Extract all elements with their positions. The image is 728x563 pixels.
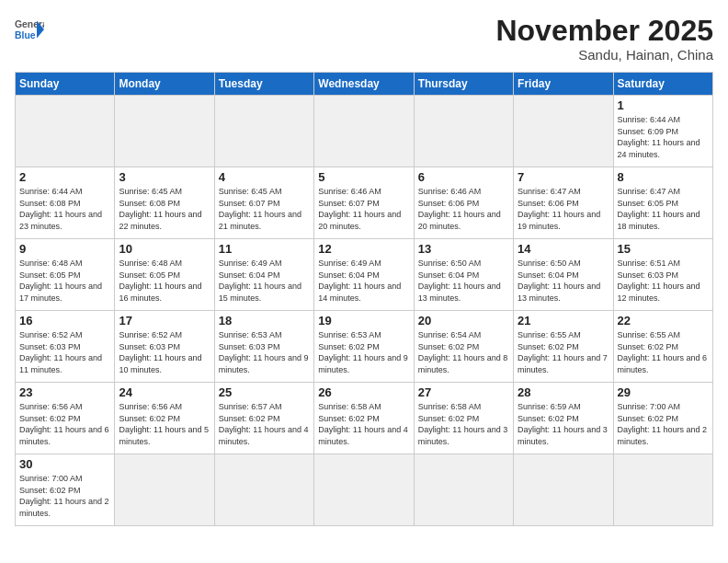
calendar-cell: 16Sunrise: 6:52 AM Sunset: 6:03 PM Dayli… (16, 311, 115, 383)
day-info: Sunrise: 6:52 AM Sunset: 6:03 PM Dayligh… (119, 329, 210, 375)
calendar-cell (314, 96, 414, 167)
calendar-cell: 23Sunrise: 6:56 AM Sunset: 6:02 PM Dayli… (16, 383, 115, 454)
calendar-cell: 12Sunrise: 6:49 AM Sunset: 6:04 PM Dayli… (314, 239, 414, 311)
calendar-cell: 6Sunrise: 6:46 AM Sunset: 6:06 PM Daylig… (414, 167, 513, 239)
day-number: 25 (219, 385, 310, 399)
calendar-cell (314, 454, 414, 526)
day-number: 26 (318, 385, 409, 399)
col-friday: Friday (514, 73, 613, 96)
day-number: 13 (418, 242, 509, 256)
calendar-cell: 30Sunrise: 7:00 AM Sunset: 6:02 PM Dayli… (16, 454, 115, 526)
day-number: 4 (219, 170, 310, 184)
calendar-cell: 1Sunrise: 6:44 AM Sunset: 6:09 PM Daylig… (613, 96, 712, 167)
day-info: Sunrise: 6:49 AM Sunset: 6:04 PM Dayligh… (318, 258, 409, 304)
day-number: 9 (19, 242, 110, 256)
day-info: Sunrise: 6:53 AM Sunset: 6:03 PM Dayligh… (219, 329, 310, 375)
day-number: 8 (618, 170, 709, 184)
day-number: 5 (318, 170, 409, 184)
col-tuesday: Tuesday (214, 73, 313, 96)
calendar-cell: 27Sunrise: 6:58 AM Sunset: 6:02 PM Dayli… (414, 383, 513, 454)
day-info: Sunrise: 6:57 AM Sunset: 6:02 PM Dayligh… (219, 401, 310, 447)
calendar-cell: 11Sunrise: 6:49 AM Sunset: 6:04 PM Dayli… (214, 239, 313, 311)
calendar-cell: 17Sunrise: 6:52 AM Sunset: 6:03 PM Dayli… (115, 311, 214, 383)
day-info: Sunrise: 6:53 AM Sunset: 6:02 PM Dayligh… (318, 329, 409, 375)
calendar: Sunday Monday Tuesday Wednesday Thursday… (15, 72, 713, 526)
day-number: 15 (618, 242, 709, 256)
day-number: 23 (19, 385, 110, 399)
title-block: November 2025 Sandu, Hainan, China (495, 15, 713, 63)
day-info: Sunrise: 6:55 AM Sunset: 6:02 PM Dayligh… (618, 329, 709, 375)
day-number: 29 (618, 385, 709, 399)
calendar-cell: 5Sunrise: 6:46 AM Sunset: 6:07 PM Daylig… (314, 167, 414, 239)
day-info: Sunrise: 7:00 AM Sunset: 6:02 PM Dayligh… (19, 473, 110, 519)
day-info: Sunrise: 6:44 AM Sunset: 6:08 PM Dayligh… (19, 186, 110, 232)
calendar-cell: 18Sunrise: 6:53 AM Sunset: 6:03 PM Dayli… (214, 311, 313, 383)
calendar-cell: 26Sunrise: 6:58 AM Sunset: 6:02 PM Dayli… (314, 383, 414, 454)
day-info: Sunrise: 6:48 AM Sunset: 6:05 PM Dayligh… (19, 258, 110, 304)
day-number: 28 (518, 385, 609, 399)
day-info: Sunrise: 6:46 AM Sunset: 6:06 PM Dayligh… (418, 186, 509, 232)
calendar-cell: 8Sunrise: 6:47 AM Sunset: 6:05 PM Daylig… (613, 167, 712, 239)
day-number: 1 (618, 98, 709, 112)
day-info: Sunrise: 6:50 AM Sunset: 6:04 PM Dayligh… (418, 258, 509, 304)
day-number: 7 (518, 170, 609, 184)
col-sunday: Sunday (16, 73, 115, 96)
day-info: Sunrise: 6:54 AM Sunset: 6:02 PM Dayligh… (418, 329, 509, 375)
day-info: Sunrise: 6:45 AM Sunset: 6:07 PM Dayligh… (219, 186, 310, 232)
day-number: 12 (318, 242, 409, 256)
header: General Blue November 2025 Sandu, Hainan… (15, 15, 713, 63)
calendar-cell (514, 96, 613, 167)
col-monday: Monday (115, 73, 214, 96)
day-info: Sunrise: 6:47 AM Sunset: 6:06 PM Dayligh… (518, 186, 609, 232)
calendar-cell: 2Sunrise: 6:44 AM Sunset: 6:08 PM Daylig… (16, 167, 115, 239)
calendar-cell: 24Sunrise: 6:56 AM Sunset: 6:02 PM Dayli… (115, 383, 214, 454)
calendar-cell (514, 454, 613, 526)
day-number: 18 (219, 314, 310, 327)
calendar-cell: 20Sunrise: 6:54 AM Sunset: 6:02 PM Dayli… (414, 311, 513, 383)
day-info: Sunrise: 6:58 AM Sunset: 6:02 PM Dayligh… (418, 401, 509, 447)
day-info: Sunrise: 6:44 AM Sunset: 6:09 PM Dayligh… (618, 114, 709, 160)
day-info: Sunrise: 6:55 AM Sunset: 6:02 PM Dayligh… (518, 329, 609, 375)
calendar-cell (414, 454, 513, 526)
col-saturday: Saturday (613, 73, 712, 96)
calendar-cell (115, 454, 214, 526)
calendar-cell: 21Sunrise: 6:55 AM Sunset: 6:02 PM Dayli… (514, 311, 613, 383)
calendar-cell: 14Sunrise: 6:50 AM Sunset: 6:04 PM Dayli… (514, 239, 613, 311)
day-info: Sunrise: 6:48 AM Sunset: 6:05 PM Dayligh… (119, 258, 210, 304)
calendar-week-4: 23Sunrise: 6:56 AM Sunset: 6:02 PM Dayli… (16, 383, 713, 454)
day-info: Sunrise: 6:50 AM Sunset: 6:04 PM Dayligh… (518, 258, 609, 304)
day-info: Sunrise: 6:49 AM Sunset: 6:04 PM Dayligh… (219, 258, 310, 304)
calendar-cell: 25Sunrise: 6:57 AM Sunset: 6:02 PM Dayli… (214, 383, 313, 454)
calendar-cell (214, 454, 313, 526)
page: General Blue November 2025 Sandu, Hainan… (0, 0, 728, 563)
calendar-cell (214, 96, 313, 167)
calendar-cell: 13Sunrise: 6:50 AM Sunset: 6:04 PM Dayli… (414, 239, 513, 311)
calendar-header-row: Sunday Monday Tuesday Wednesday Thursday… (16, 73, 713, 96)
svg-text:Blue: Blue (15, 30, 36, 40)
col-thursday: Thursday (414, 73, 513, 96)
day-number: 14 (518, 242, 609, 256)
day-info: Sunrise: 6:56 AM Sunset: 6:02 PM Dayligh… (119, 401, 210, 447)
day-number: 16 (19, 314, 110, 327)
day-number: 30 (19, 457, 110, 471)
month-title: November 2025 (495, 15, 713, 47)
logo: General Blue (15, 15, 44, 44)
calendar-cell: 10Sunrise: 6:48 AM Sunset: 6:05 PM Dayli… (115, 239, 214, 311)
day-number: 19 (318, 314, 409, 327)
calendar-cell: 28Sunrise: 6:59 AM Sunset: 6:02 PM Dayli… (514, 383, 613, 454)
day-info: Sunrise: 6:59 AM Sunset: 6:02 PM Dayligh… (518, 401, 609, 447)
location-title: Sandu, Hainan, China (495, 47, 713, 63)
day-number: 2 (19, 170, 110, 184)
logo-icon: General Blue (15, 15, 44, 44)
day-info: Sunrise: 7:00 AM Sunset: 6:02 PM Dayligh… (618, 401, 709, 447)
day-number: 21 (518, 314, 609, 327)
day-info: Sunrise: 6:51 AM Sunset: 6:03 PM Dayligh… (618, 258, 709, 304)
calendar-cell: 9Sunrise: 6:48 AM Sunset: 6:05 PM Daylig… (16, 239, 115, 311)
day-number: 20 (418, 314, 509, 327)
day-info: Sunrise: 6:47 AM Sunset: 6:05 PM Dayligh… (618, 186, 709, 232)
calendar-cell: 4Sunrise: 6:45 AM Sunset: 6:07 PM Daylig… (214, 167, 313, 239)
calendar-cell (16, 96, 115, 167)
calendar-cell: 15Sunrise: 6:51 AM Sunset: 6:03 PM Dayli… (613, 239, 712, 311)
calendar-cell (613, 454, 712, 526)
calendar-week-3: 16Sunrise: 6:52 AM Sunset: 6:03 PM Dayli… (16, 311, 713, 383)
